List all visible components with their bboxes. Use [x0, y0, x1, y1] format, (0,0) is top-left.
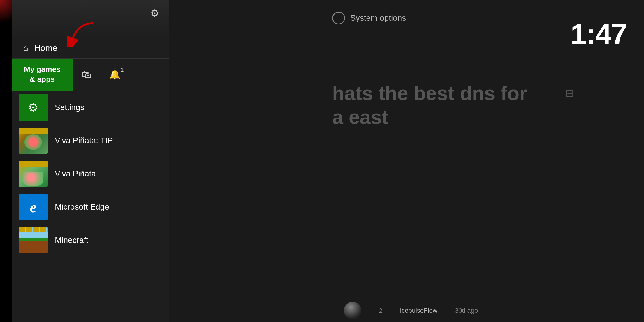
viva-tip-thumbnail — [19, 128, 48, 154]
settings-icon-box: ⚙ — [19, 94, 48, 121]
gear-icon: ⚙ — [150, 7, 159, 19]
edge-thumbnail: e — [19, 194, 48, 220]
dns-question-line1: hats the best dns for — [332, 82, 586, 105]
bottom-bar: 2 IcepulseFlow 30d ago — [332, 299, 644, 322]
system-options-icon: ☰ — [332, 12, 345, 24]
notification-badge: 1 — [120, 67, 124, 73]
minecraft-label: Minecraft — [55, 236, 88, 245]
menu-item-minecraft[interactable]: Minecraft — [12, 224, 169, 257]
username: IcepulseFlow — [400, 307, 437, 314]
menu-lines-icon: ☰ — [336, 15, 341, 22]
menu-list: ⚙ Settings Viva Piñata: TIP Viva Piñata — [12, 91, 169, 257]
settings-gear-icon: ⚙ — [28, 101, 38, 114]
home-icon: ⌂ — [23, 43, 28, 53]
viva-label: Viva Piñata — [55, 169, 96, 178]
store-icon[interactable]: 🛍 — [82, 69, 92, 80]
action-icons: 🛍 🔔 1 — [73, 69, 169, 80]
settings-label: Settings — [55, 103, 84, 112]
viva-tip-label: Viva Piñata: TIP — [55, 136, 113, 145]
settings-gear-button[interactable]: ⚙ — [147, 6, 162, 20]
sidebar: ⚙ ⌂ Home My games& apps 🛍 🔔 1 — [12, 0, 169, 322]
dns-question-line2: a east — [332, 105, 586, 129]
comment-count: 2 — [379, 307, 382, 314]
bell-icon: 🔔 — [109, 69, 121, 80]
action-row: My games& apps 🛍 🔔 1 — [12, 59, 169, 91]
sidebar-top: ⚙ — [12, 0, 169, 38]
edge-letter-icon: e — [30, 199, 36, 216]
menu-item-settings[interactable]: ⚙ Settings — [12, 91, 169, 124]
menu-item-viva[interactable]: Viva Piñata — [12, 157, 169, 190]
home-row[interactable]: ⌂ Home — [12, 38, 169, 59]
caption-icon: ⊟ — [565, 87, 574, 100]
viva-thumbnail — [19, 161, 48, 187]
my-games-apps-label: My games& apps — [24, 65, 61, 84]
edge-label: Microsoft Edge — [55, 202, 109, 212]
menu-item-viva-tip[interactable]: Viva Piñata: TIP — [12, 124, 169, 157]
main-content-text: hats the best dns for a east — [332, 82, 586, 129]
notification-button[interactable]: 🔔 1 — [109, 69, 121, 80]
my-games-apps-button[interactable]: My games& apps — [12, 59, 73, 91]
menu-item-edge[interactable]: e Microsoft Edge — [12, 190, 169, 224]
time-ago: 30d ago — [455, 307, 478, 314]
avatar-image — [344, 302, 361, 319]
clock: 1:47 — [571, 17, 627, 51]
avatar — [344, 302, 361, 319]
minecraft-thumbnail — [19, 227, 48, 253]
system-options-bar[interactable]: ☰ System options — [332, 12, 406, 24]
home-label: Home — [34, 43, 57, 53]
system-options-label: System options — [350, 13, 406, 23]
